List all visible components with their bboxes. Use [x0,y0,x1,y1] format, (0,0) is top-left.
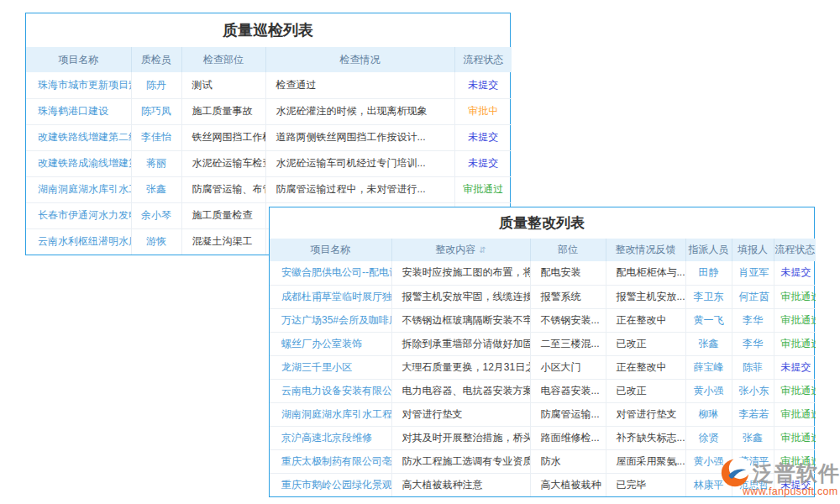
inspection-header-row: 项目名称质检员检查部位检查情况流程状态 [26,47,512,72]
text-cell: 已改正 [606,332,685,355]
project-link-cell[interactable]: 改建铁路线增建第二线... [26,124,131,150]
person-link-cell[interactable]: 李华 [732,308,774,332]
text-cell: 正在整改中 [606,355,685,379]
text-cell: 路面维修检... [530,426,606,449]
table-row: 湖南洞庭湖水库引水工程施工标对管进行垫支防腐管运输...对管进行垫支柳琳李若若审… [270,402,816,426]
project-link-cell[interactable]: 重庆太极制药有限公司亳州中... [270,449,391,473]
person-link-cell[interactable]: 李佳怡 [131,124,181,150]
text-cell: 不锈钢安装... [530,308,606,332]
project-link-cell[interactable]: 万达广场35#会所及咖啡厅空... [270,308,391,332]
column-header: 指派人员 [685,239,732,261]
table-row: 改建铁路线增建第二线...李佳怡铁丝网围挡工作检查道路两侧铁丝网围挡工作按设计.… [26,124,512,150]
person-link-cell[interactable]: 徐贤 [685,426,732,449]
project-link-cell[interactable]: 龙湖三千里小区 [270,355,391,379]
project-link-cell[interactable]: 长春市伊通河水力发电... [26,202,131,228]
person-link-cell[interactable]: 柳琳 [685,402,732,426]
person-link-cell[interactable]: 陈菲 [732,355,774,379]
status-cell: 未提交 [454,124,512,150]
project-link-cell[interactable]: 重庆市鹅岭公园绿化景观提升... [270,473,391,496]
person-link-cell[interactable]: 游恢 [131,228,181,255]
fanpu-logo-icon [719,457,751,489]
person-link-cell[interactable]: 肖亚军 [732,261,774,285]
project-link-cell[interactable]: 湖南洞庭湖水库引水工程施工标 [270,402,391,426]
text-cell: 对管进行垫支 [606,402,685,426]
person-link-cell[interactable]: 张鑫 [732,426,774,449]
text-cell: 已改正 [606,379,685,402]
status-cell: 审批通过 [774,332,816,355]
text-cell: 报警主机安放... [606,285,685,308]
person-link-cell[interactable]: 黄一飞 [685,308,732,332]
person-link-cell[interactable]: 田静 [685,261,732,285]
column-header: 检查部位 [181,47,265,72]
person-link-cell[interactable]: 陈巧凤 [131,98,181,124]
text-cell: 水泥砼运输车司机经过专门培训... [265,150,454,176]
table-row: 成都杜甫草堂临时展厅独立展...报警主机安放牢固，线缆连接...报警系统报警主机… [270,285,816,308]
page: 质量巡检列表 项目名称质检员检查部位检查情况流程状态 珠海市城市更新项目紫...… [0,0,840,504]
column-header[interactable]: 整改内容⇵ [391,239,530,261]
column-header: 填报人 [732,239,774,261]
person-link-cell[interactable]: 黄小强 [685,379,732,402]
watermark: 泛普软件 www.fanpusoft.com [719,457,840,497]
person-link-cell[interactable]: 余小琴 [131,202,181,228]
person-link-cell[interactable]: 薛宝峰 [685,355,732,379]
person-link-cell[interactable]: 张鑫 [131,176,181,202]
column-header: 检查情况 [265,47,454,72]
text-cell: 二至三楼混... [530,332,606,355]
table-row: 改建铁路成渝线增建第...蒋丽水泥砼运输车检查水泥砼运输车司机经过专门培训...… [26,150,512,176]
text-cell: 混凝土沟渠工 [181,228,265,255]
status-cell: 未提交 [454,150,512,176]
project-link-cell[interactable]: 湖南洞庭湖水库引水工... [26,176,131,202]
project-link-cell[interactable]: 云南电力设备安装有限公司20... [270,379,391,402]
person-link-cell[interactable]: 张鑫 [685,332,732,355]
project-link-cell[interactable]: 珠海鹤港口建设 [26,98,131,124]
project-link-cell[interactable]: 云南水利枢纽潜明水库... [26,228,131,255]
text-cell: 不锈钢边框玻璃隔断安装不牢... [391,308,530,332]
column-header: 流程状态 [774,239,816,261]
project-link-cell[interactable]: 安徽合肥供电公司--配电设备... [270,261,391,285]
text-cell: 对管进行垫支 [391,402,530,426]
table-row: 龙湖三千里小区大理石质量更换，12月31日之...小区大门正在整改中薛宝峰陈菲未… [270,355,816,379]
text-cell: 大理石质量更换，12月31日之... [391,355,530,379]
text-cell: 补齐缺失标志... [606,426,685,449]
table-row: 珠海市城市更新项目紫...陈丹测试检查通过未提交 [26,72,512,98]
text-cell: 施工质量检查 [181,202,265,228]
person-link-cell[interactable]: 李卫东 [685,285,732,308]
text-cell: 拆除到承重墙部分请做好加固... [391,332,530,355]
text-cell: 正在整改中 [606,308,685,332]
text-cell: 防水工程施工选调有专业资质... [391,449,530,473]
column-header: 流程状态 [454,47,512,72]
sort-icon[interactable]: ⇵ [479,245,486,255]
rectification-table: 质量整改列表 项目名称整改内容⇵部位整改情况反馈指派人员填报人流程状态 安徽合肥… [269,207,815,497]
project-link-cell[interactable]: 螺丝厂办公室装饰 [270,332,391,355]
text-cell: 水泥砼灌注的时候，出现离析现象 [265,98,454,124]
text-cell: 高大植被栽种 [530,473,606,496]
table-row: 云南电力设备安装有限公司20...电力电容器、电抗器安装方案,...电容器安装.… [270,379,816,402]
text-cell: 道路两侧铁丝网围挡工作按设计... [265,124,454,150]
column-header: 项目名称 [270,239,391,261]
person-link-cell[interactable]: 陈丹 [131,72,181,98]
text-cell: 检查通过 [265,72,454,98]
text-cell: 高大植被栽种注意 [391,473,530,496]
watermark-brand: 泛普软件 [753,463,840,484]
watermark-url: www.fanpusoft.com [719,486,840,497]
text-cell: 防水 [530,449,606,473]
text-cell: 测试 [181,72,265,98]
text-cell: 报警系统 [530,285,606,308]
text-cell: 配电柜柜体与... [606,261,685,285]
text-cell: 施工质量事故 [181,98,265,124]
person-link-cell[interactable]: 李若若 [732,402,774,426]
person-link-cell[interactable]: 李华 [732,332,774,355]
project-link-cell[interactable]: 成都杜甫草堂临时展厅独立展... [270,285,391,308]
rectification-table-title: 质量整改列表 [270,207,814,239]
project-link-cell[interactable]: 改建铁路成渝线增建第... [26,150,131,176]
status-cell: 审批通过 [774,308,816,332]
project-link-cell[interactable]: 京沪高速北京段维修 [270,426,391,449]
text-cell: 安装时应按施工图的布置，将... [391,261,530,285]
table-row: 螺丝厂办公室装饰拆除到承重墙部分请做好加固...二至三楼混...已改正张鑫李华审… [270,332,816,355]
person-link-cell[interactable]: 何芷茵 [732,285,774,308]
text-cell: 防腐管运输... [530,402,606,426]
person-link-cell[interactable]: 张小东 [732,379,774,402]
person-link-cell[interactable]: 蒋丽 [131,150,181,176]
status-cell: 未提交 [454,72,512,98]
project-link-cell[interactable]: 珠海市城市更新项目紫... [26,72,131,98]
